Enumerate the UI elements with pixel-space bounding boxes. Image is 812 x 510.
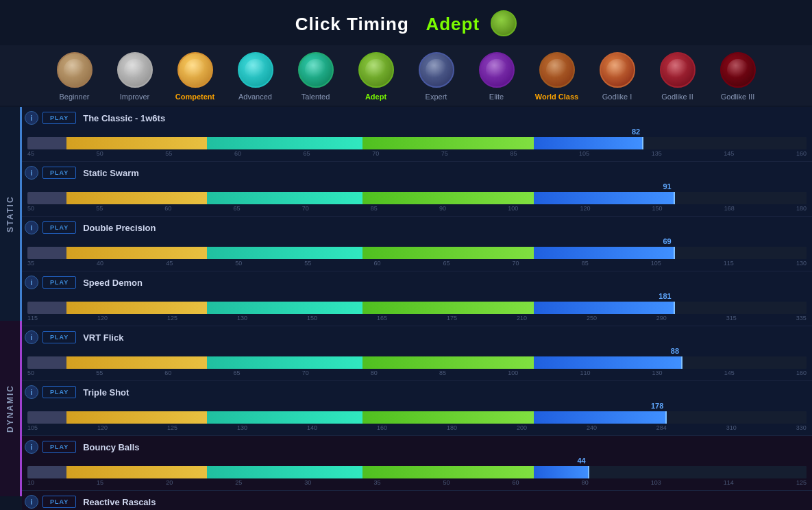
tick-label: 100 [508, 369, 518, 376]
rank-item-godlike1[interactable]: Godlike I [587, 52, 648, 101]
tick-label: 70 [513, 260, 519, 267]
bar-segment [674, 192, 807, 204]
tick-label: 100 [508, 205, 518, 212]
tick-label: 45 [166, 260, 173, 267]
tick-label: 70 [372, 150, 379, 157]
bar-segments [27, 356, 807, 369]
tick-label: 50 [27, 205, 34, 212]
play-button[interactable]: PLAY [42, 331, 76, 343]
rank-item-adept[interactable]: Adept [346, 52, 406, 101]
tick-label: 65 [304, 150, 310, 157]
tick-label: 70 [302, 369, 309, 376]
tick-label: 115 [724, 260, 734, 267]
tick-label: 150 [652, 205, 663, 212]
rank-item-godlike2[interactable]: Godlike II [648, 52, 708, 101]
rank-circle-improver [117, 52, 153, 88]
info-button[interactable]: i [25, 111, 38, 125]
bar-segment [362, 302, 534, 314]
tick-label: 120 [580, 205, 590, 212]
play-button[interactable]: PLAY [42, 386, 76, 398]
bar-area: 824550556065707585105135145160 [22, 126, 812, 160]
row-top: iPLAYSpeed Demon [22, 274, 812, 291]
rank-item-competent[interactable]: Competent [165, 52, 225, 101]
header: Click Timing Adept [0, 0, 812, 45]
scenario-row: iPLAYSpeed Demon181115120125130150165175… [22, 271, 812, 326]
play-button[interactable]: PLAY [42, 221, 76, 234]
tick-label: 315 [726, 315, 737, 321]
rank-item-improver[interactable]: Improver [105, 52, 165, 101]
tick-label: 25 [235, 479, 242, 486]
tick-label: 160 [796, 369, 807, 376]
info-button[interactable]: i [25, 495, 38, 509]
score-label: 69 [27, 237, 804, 245]
tick-label: 70 [302, 205, 309, 212]
score-marker [681, 356, 682, 369]
bar-segment [66, 411, 207, 424]
rank-item-advanced[interactable]: Advanced [225, 52, 286, 101]
info-button[interactable]: i [25, 385, 38, 399]
tick-label: 114 [724, 479, 734, 486]
tick-label: 85 [439, 369, 446, 376]
rank-item-elite[interactable]: Elite [467, 52, 527, 101]
info-button[interactable]: i [25, 440, 38, 454]
tick-label: 310 [726, 424, 737, 431]
tick-label: 35 [27, 260, 34, 267]
rank-item-beginner[interactable]: Beginner [45, 52, 105, 101]
bar-segment [589, 466, 807, 478]
play-button[interactable]: PLAY [42, 496, 76, 508]
bar-segment [362, 247, 534, 259]
bar-segment [27, 356, 66, 369]
info-button[interactable]: i [25, 221, 38, 234]
rank-circle-elite [479, 52, 515, 88]
scenario-row: iPLAYDouble Precision6935404550556065708… [22, 217, 812, 271]
bar-area: 181115120125130150165175210250290315335 [22, 291, 812, 324]
bar-track [27, 192, 807, 204]
rank-item-godlike3[interactable]: Godlike III [708, 52, 768, 101]
rank-label-worldclass: World Class [535, 92, 578, 101]
play-button[interactable]: PLAY [42, 276, 76, 289]
score-label: 88 [27, 347, 804, 355]
info-button[interactable]: i [25, 166, 38, 180]
info-button[interactable]: i [25, 330, 38, 344]
scenario-name: Static Swarm [83, 168, 139, 178]
scenario-name: VRT Flick [83, 332, 123, 343]
tick-label: 290 [656, 315, 667, 321]
bar-segment [66, 192, 207, 204]
bar-segment [27, 192, 66, 204]
tick-label: 45 [27, 150, 34, 157]
bar-segment [534, 247, 674, 259]
tick-label: 85 [371, 205, 378, 212]
scenario-row: iPLAYBouncy Balls44101520253035506080103… [22, 436, 812, 491]
tick-label: 80 [371, 369, 378, 376]
tick-label: 250 [587, 315, 597, 321]
rank-label-elite: Elite [489, 92, 504, 101]
score-marker [674, 247, 675, 259]
rank-label-talented: Talented [302, 92, 330, 101]
tick-label: 125 [167, 424, 177, 431]
tick-label: 90 [439, 205, 446, 212]
play-button[interactable]: PLAY [42, 112, 76, 124]
tick-label: 284 [656, 424, 667, 431]
bar-segment [27, 247, 66, 259]
bar-segment [674, 302, 807, 314]
rank-circle-adept [358, 52, 394, 88]
bar-segment [534, 356, 682, 369]
tick-label: 130 [237, 315, 247, 321]
info-button[interactable]: i [25, 276, 38, 289]
play-button[interactable]: PLAY [42, 441, 76, 453]
row-top: iPLAYDouble Precision [22, 219, 812, 236]
tick-label: 330 [796, 424, 807, 431]
ticks-row: 4550556065707585105135145160 [27, 149, 807, 157]
bar-segments [27, 247, 807, 259]
tick-label: 120 [97, 424, 108, 431]
rank-label-expert: Expert [426, 92, 447, 101]
scenario-row: iPLAYStatic Swarm91505560657085901001201… [22, 162, 812, 217]
play-button[interactable]: PLAY [42, 167, 76, 179]
row-top: iPLAYVRT Flick [22, 329, 812, 345]
rank-item-worldclass[interactable]: World Class [527, 52, 587, 101]
rank-item-expert[interactable]: Expert [406, 52, 467, 101]
scenario-name: The Classic - 1w6ts [83, 113, 165, 123]
rank-circle-expert [419, 52, 454, 88]
rank-item-talented[interactable]: Talented [286, 52, 346, 101]
rank-label-beginner: Beginner [59, 92, 89, 101]
